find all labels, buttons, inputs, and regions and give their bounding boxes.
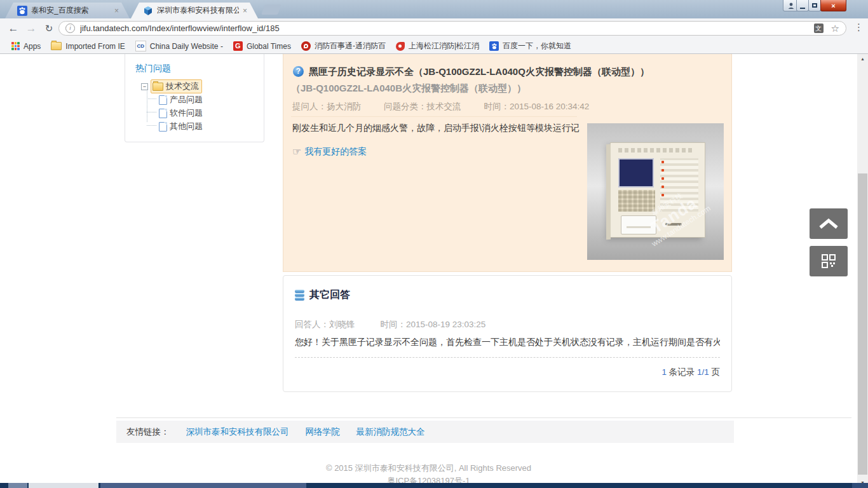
collapse-icon[interactable]: − xyxy=(141,83,148,90)
cube-favicon-icon xyxy=(143,6,153,16)
tree-node-product[interactable]: 产品问题 xyxy=(159,94,203,105)
browser-toolbar: ← → ↻ i jifu.tandatech.com/Index/interfl… xyxy=(0,18,868,39)
scrollbar-thumb[interactable] xyxy=(858,173,867,475)
sidebar-title: 热门问题 xyxy=(135,63,171,74)
baidu-favicon-icon xyxy=(17,6,27,16)
tab-close-icon[interactable]: × xyxy=(243,7,247,15)
close-icon: × xyxy=(831,2,835,10)
tree-node-selected[interactable]: 技术交流 xyxy=(151,79,202,93)
bookmark-label: 上海松江消防|松江消 xyxy=(409,41,479,51)
responder-value: 刘晓锋 xyxy=(329,320,355,329)
tree-node-label: 技术交流 xyxy=(166,81,199,92)
bookmark-china-daily[interactable]: CD China Daily Website - xyxy=(130,41,228,51)
apps-grid-icon xyxy=(11,42,20,50)
tree-node-root[interactable]: − 技术交流 xyxy=(141,79,202,93)
taskbar-button[interactable] xyxy=(100,483,306,488)
taskbar-tray[interactable] xyxy=(852,483,868,488)
back-to-top-button[interactable] xyxy=(810,208,848,239)
folder-icon xyxy=(51,42,62,50)
taskbar-button[interactable] xyxy=(8,483,27,488)
footer-link-regulations[interactable]: 最新消防规范大全 xyxy=(356,426,425,438)
global-times-icon: G xyxy=(233,41,243,51)
question-mark-icon: ? xyxy=(293,66,304,77)
fire119-icon xyxy=(301,41,311,51)
qr-code-button[interactable] xyxy=(810,246,848,276)
songjiang-icon xyxy=(396,42,405,51)
scrollbar[interactable]: ▴ ▾ xyxy=(857,54,868,488)
asker-value: 扬大消防 xyxy=(327,102,361,111)
new-tab-button[interactable] xyxy=(261,4,281,15)
question-title-line2: （JB-Q100GZ2L-LA040B火灾报警控制器（联动型）） xyxy=(291,83,710,95)
scroll-up-arrow[interactable]: ▴ xyxy=(857,54,868,64)
tab-title: 深圳市泰和安科技有限公 xyxy=(157,5,239,16)
bookmark-songjiang-fire[interactable]: 上海松江消防|松江消 xyxy=(391,41,484,51)
answer-content: 您好！关于黑匣子记录显示不全问题，首先检查一下主机是否处于关机状态没有记录，主机… xyxy=(295,337,720,348)
answer-panel: 其它回答 回答人：刘晓锋 时间：2015-08-19 23:03:25 您好！关… xyxy=(283,275,732,392)
question-meta: 提问人：扬大消防 问题分类：技术交流 时间：2015-08-16 20:34:4… xyxy=(292,101,648,112)
document-icon xyxy=(159,109,167,118)
minimize-button[interactable] xyxy=(796,0,809,11)
bookmark-label: Imported From IE xyxy=(65,42,125,51)
apps-shortcut[interactable]: Apps xyxy=(6,42,46,51)
forward-button[interactable]: → xyxy=(23,20,39,37)
browser-tab-strip: 泰和安_百度搜索 × 深圳市泰和安科技有限公 × × xyxy=(0,0,868,18)
bookmark-star-icon[interactable]: ☆ xyxy=(831,24,839,33)
copyright-text: © 2015 深圳市泰和安科技有限公司, All Rights Reserved xyxy=(0,463,857,474)
bookmark-label: Global Times xyxy=(247,42,291,51)
tab-title: 泰和安_百度搜索 xyxy=(31,5,111,16)
tab-tandatech[interactable]: 深圳市泰和安科技有限公 × xyxy=(131,3,258,18)
browser-menu-icon[interactable]: ⋮ xyxy=(854,22,864,33)
time-value: 2015-08-16 20:34:42 xyxy=(510,102,589,111)
reload-button[interactable]: ↻ xyxy=(41,20,57,37)
panel-lcd-screen xyxy=(618,158,654,187)
tab-close-icon[interactable]: × xyxy=(114,7,119,15)
tree-node-label: 产品问题 xyxy=(170,94,203,105)
document-icon xyxy=(159,95,167,105)
maximize-button[interactable] xyxy=(808,0,821,11)
footer-divider xyxy=(116,417,851,418)
answer-section-title: 其它回答 xyxy=(309,288,350,302)
pagination: 1 条记录 1/1 页 xyxy=(661,367,720,378)
answer-meta: 回答人：刘晓锋 时间：2015-08-19 23:03:25 xyxy=(295,319,485,330)
bookmark-baidu[interactable]: 百度一下，你就知道 xyxy=(484,41,576,51)
records-label: 条记录 xyxy=(669,367,695,377)
page-info-icon[interactable]: i xyxy=(65,24,75,33)
translate-icon[interactable]: 文 xyxy=(814,24,824,33)
bookmark-imported-from-ie[interactable]: Imported From IE xyxy=(46,42,130,51)
minimize-icon xyxy=(800,8,805,9)
better-answer-link[interactable]: 我有更好的答案 xyxy=(304,146,367,158)
category-label: 问题分类： xyxy=(384,102,427,111)
page-content: 热门问题 − 技术交流 产品问题 软件问题 其他问题 ? 黑匣子历史记录 xyxy=(0,54,857,488)
category-value: 技术交流 xyxy=(427,102,461,111)
product-image: 泰和安科技 Tanda www.tandatech.com xyxy=(587,123,724,260)
bookmark-label: China Daily Website - xyxy=(150,42,223,51)
document-icon xyxy=(159,122,167,132)
back-button[interactable]: ← xyxy=(5,20,22,37)
time-label: 时间： xyxy=(484,102,510,111)
time-value: 2015-08-19 23:03:25 xyxy=(406,320,485,329)
url-bar[interactable]: i jifu.tandatech.com/Index/interflowview… xyxy=(58,21,846,36)
tree-node-other[interactable]: 其他问题 xyxy=(159,121,203,132)
footer-link-academy[interactable]: 网络学院 xyxy=(306,426,340,438)
bookmark-fire119[interactable]: 消防百事通-通消防百 xyxy=(296,41,391,51)
bookmark-label: Apps xyxy=(24,42,41,51)
taskbar-button[interactable] xyxy=(29,483,98,488)
china-daily-icon: CD xyxy=(135,41,146,51)
time-label: 时间： xyxy=(381,320,407,329)
page-label: 页 xyxy=(712,367,721,377)
bookmark-label: 消防百事通-通消防百 xyxy=(315,41,386,51)
tree-node-software[interactable]: 软件问题 xyxy=(159,107,203,119)
tab-baidu-search[interactable]: 泰和安_百度搜索 × xyxy=(5,3,130,18)
close-window-button[interactable]: × xyxy=(820,0,846,11)
person-icon xyxy=(787,2,795,10)
taskbar-edge xyxy=(0,483,868,488)
database-icon xyxy=(295,290,304,301)
tree-node-label: 其他问题 xyxy=(170,121,203,132)
friend-links-bar: 友情链接： 深圳市泰和安科技有限公司 网络学院 最新消防规范大全 xyxy=(116,421,734,443)
better-answer-row: ☞ 我有更好的答案 xyxy=(292,146,367,158)
maximize-icon xyxy=(812,3,817,8)
question-content: 刚发生和近几个月的烟感火警，故障，启动手报\消火栓按钮等模块运行记 xyxy=(292,123,580,134)
bookmark-global-times[interactable]: G Global Times xyxy=(228,41,296,51)
footer-link-tandatech[interactable]: 深圳市泰和安科技有限公司 xyxy=(186,426,289,438)
friend-links-label: 友情链接： xyxy=(126,426,170,438)
